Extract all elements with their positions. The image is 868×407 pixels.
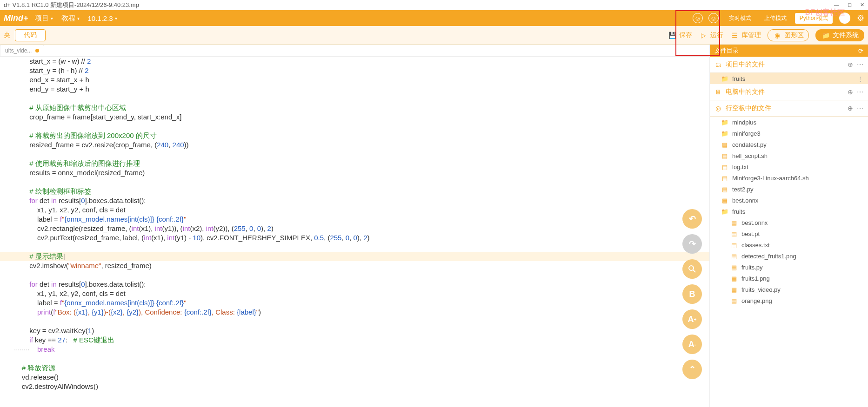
save-icon: 💾 (668, 31, 677, 40)
tree-file-row[interactable]: ▤fruits.py (710, 262, 868, 273)
app-logo: Mind+ (4, 13, 28, 23)
new-file-icon[interactable]: ⊕ (848, 88, 853, 96)
mode-python[interactable]: Python模式 (795, 13, 833, 24)
file-system-button[interactable]: 📁 文件系统 (815, 29, 864, 41)
font-smaller-button[interactable]: A- (682, 335, 702, 354)
tree-file-row[interactable]: ▤condatest.py (710, 139, 868, 150)
file-tab[interactable]: uits_vide... (0, 45, 44, 56)
tree-file-row[interactable]: ▤Miniforge3-Linux-aarch64.sh (710, 172, 868, 184)
file-icon: ▤ (721, 152, 728, 159)
file-icon: ▤ (730, 286, 738, 293)
minimize-button[interactable]: — (834, 2, 839, 8)
tree-file-row[interactable]: ▤orange.png (710, 295, 868, 306)
tree-folder-row[interactable]: 📁mindplus (710, 117, 868, 128)
tree-file-row[interactable]: ▤test2.py (710, 184, 868, 195)
more-icon[interactable]: ⋯ (857, 61, 863, 68)
tree-folder-row[interactable]: 📁miniforge3 (710, 128, 868, 139)
maximize-button[interactable]: ◻ (848, 2, 852, 8)
file-icon: ▤ (721, 197, 728, 204)
tree-file-row[interactable]: ▤best.onnx (710, 217, 868, 228)
section-project-files[interactable]: 🗂 项目中的文件 ⊕⋯ (710, 57, 868, 73)
unsaved-dot-icon (35, 49, 39, 53)
project-folder-row[interactable]: 📁 fruits ⋮ (710, 73, 868, 84)
gear-icon[interactable]: ⚙ (857, 13, 864, 23)
tree-file-row[interactable]: ▤log.txt (710, 161, 868, 172)
collapse-button[interactable]: ⌃ (682, 360, 702, 379)
file-icon: ▤ (721, 174, 728, 182)
close-button[interactable]: ✕ (860, 2, 864, 8)
mode-upload[interactable]: 上传模式 (760, 13, 791, 24)
window-title-bar: d+ V1.8.1 RC1.0 新建项目-2024/12/26-9:40:23.… (0, 0, 868, 10)
undo-button[interactable]: ↶ (682, 209, 702, 229)
menu-tutorial[interactable]: 教程 (61, 14, 80, 23)
file-icon: ▤ (730, 219, 738, 226)
list-icon: ☰ (730, 31, 739, 40)
target-icon: ◎ (714, 105, 722, 112)
more-icon[interactable]: ⋯ (857, 88, 863, 96)
tree-file-row[interactable]: ▤best.pt (710, 228, 868, 239)
folder-icon: 📁 (821, 31, 830, 40)
tree-file-row[interactable]: ▤fruits_video.py (710, 284, 868, 295)
file-tab-label: uits_vide... (5, 47, 32, 54)
run-button[interactable]: ▷ 运行 (699, 31, 723, 40)
float-buttons: ↶ ↷ B A+ A- ⌃ (682, 209, 702, 379)
graph-area-button[interactable]: ◉ 图形区 (768, 29, 809, 41)
target-icon[interactable]: ◎ (708, 13, 719, 23)
menu-version[interactable]: 10.1.2.3 (88, 14, 117, 22)
folder-icon: 📁 (721, 208, 728, 215)
toolbar: 央 代码 💾 保存 ▷ 运行 ☰ 库管理 ◉ 图形区 📁 文件系统 (0, 26, 868, 45)
play-icon: ▷ (699, 31, 708, 40)
section-board-files[interactable]: ◎ 行空板中的文件 ⊕⋯ (710, 100, 868, 117)
save-button[interactable]: 💾 保存 (668, 31, 692, 40)
search-button[interactable] (682, 259, 702, 279)
tab-strip: uits_vide... (0, 45, 709, 57)
svg-line-1 (693, 270, 695, 272)
toolbar-left-label: 央 (4, 31, 10, 39)
folder-icon: 📁 (721, 75, 728, 82)
row-menu-icon[interactable]: ⋮ (857, 75, 863, 82)
file-icon: ▤ (730, 230, 738, 237)
new-file-icon[interactable]: ⊕ (848, 61, 853, 68)
computer-icon: 🖥 (714, 88, 722, 96)
project-icon: 🗂 (714, 61, 722, 68)
redo-button[interactable]: ↷ (682, 234, 702, 254)
menu-project[interactable]: 项目 (35, 14, 53, 23)
code-button[interactable]: 代码 (15, 29, 46, 41)
tree-file-row[interactable]: ▤detected_fruits1.png (710, 250, 868, 262)
more-icon[interactable]: ⋯ (857, 105, 863, 112)
file-icon: ▤ (730, 241, 738, 249)
folder-icon: 📁 (721, 118, 728, 126)
file-sidebar: 文件目录 ⟳ 🗂 项目中的文件 ⊕⋯ 📁 fruits ⋮ 🖥 电脑中的文件 ⊕… (710, 45, 868, 407)
new-file-icon[interactable]: ⊕ (848, 105, 853, 112)
file-icon: ▤ (730, 297, 738, 304)
font-larger-button[interactable]: A+ (682, 309, 702, 329)
file-icon: ▤ (730, 275, 738, 282)
graph-icon: ◉ (773, 31, 782, 40)
tree-file-row[interactable]: ▤hell_script.sh (710, 150, 868, 161)
tree-folder-row[interactable]: 📁fruits (710, 206, 868, 217)
window-controls: — ◻ ✕ (834, 2, 864, 8)
avatar[interactable] (839, 13, 850, 24)
file-icon: ▤ (730, 263, 738, 271)
code-editor[interactable]: start_x = (w - w) // 2 start_y = (h - h)… (0, 57, 709, 407)
file-icon: ▤ (721, 163, 728, 171)
tree-file-row[interactable]: ▤fruits1.png (710, 273, 868, 284)
refresh-icon[interactable]: ⟳ (858, 47, 863, 54)
sidebar-header: 文件目录 ⟳ (710, 45, 868, 57)
section-computer-files[interactable]: 🖥 电脑中的文件 ⊕⋯ (710, 84, 868, 100)
window-title: d+ V1.8.1 RC1.0 新建项目-2024/12/26-9:40:23.… (4, 1, 139, 9)
tree-file-row[interactable]: ▤best.onnx (710, 195, 868, 206)
mode-realtime[interactable]: 实时模式 (724, 13, 756, 24)
library-button[interactable]: ☰ 库管理 (730, 31, 761, 40)
folder-icon: 📁 (721, 130, 728, 137)
svg-point-0 (689, 266, 694, 270)
bold-button[interactable]: B (682, 284, 702, 304)
file-icon: ▤ (721, 141, 728, 148)
file-icon: ▤ (721, 185, 728, 193)
main-menu-bar: Mind+ 项目 教程 10.1.2.3 ◎ ◎ 实时模式 上传模式 Pytho… (0, 10, 868, 26)
file-icon: ▤ (730, 252, 738, 260)
tree-file-row[interactable]: ▤classes.txt (710, 239, 868, 250)
editor-column: uits_vide... start_x = (w - w) // 2 star… (0, 45, 710, 407)
cloud-icon[interactable]: ◎ (693, 13, 703, 23)
